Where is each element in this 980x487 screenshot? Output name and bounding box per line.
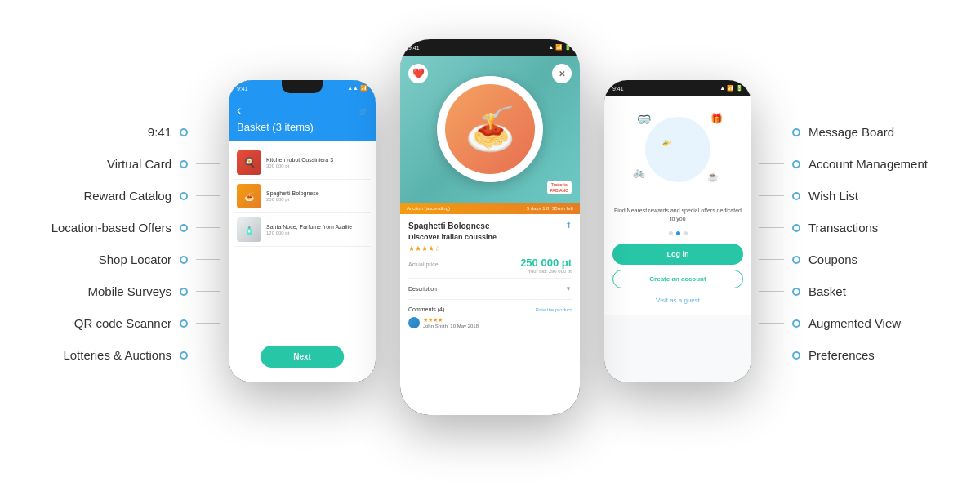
label-mobile-surveys: Mobile Surveys <box>87 284 172 298</box>
right-label-item: Account Management <box>760 148 980 180</box>
dot-enrollment <box>180 128 188 136</box>
product-stars: ★★★★☆ <box>408 244 572 252</box>
label-reward-catalog: Reward Catalog <box>83 189 172 203</box>
bid-value: Your bid: 290 000 pt <box>520 269 572 274</box>
back-arrow[interactable]: ‹ <box>237 103 241 118</box>
label-coupons: Coupons <box>808 252 858 266</box>
phone-screen-right: 9:41 ▲ 📶 🔋 🥽 🎁 🚲 ☕ 🚁 <box>604 80 751 382</box>
heart-icon[interactable]: ❤️ <box>408 64 428 83</box>
left-label-item: Location-based Offers <box>0 212 220 244</box>
price-row: Actual price: 250 000 pt Your bid: 290 0… <box>408 257 572 274</box>
price-value: 250 000 pt <box>520 257 572 269</box>
dot-shop-locator <box>180 256 188 264</box>
right-label-item: Preferences <box>760 339 980 371</box>
comments-label: Comments (4) <box>408 306 444 312</box>
close-icon[interactable]: ✕ <box>552 64 572 83</box>
line-preferences <box>760 355 784 355</box>
product-desc: Discover italian coussine <box>408 233 497 241</box>
item-name-kitchen: Kitchen robot Cussiniera 3 <box>266 157 368 163</box>
price-label: Actual price: <box>408 261 440 267</box>
label-virtual-card: Virtual Card <box>107 157 172 171</box>
basket-cart-icon: 🛒 <box>359 109 368 116</box>
create-account-button[interactable]: Create an account <box>612 270 743 288</box>
status-time-left: 9:41 <box>237 86 248 92</box>
label-qr-scanner: QR code Scanner <box>74 316 172 330</box>
line-wish <box>760 195 784 196</box>
guest-button[interactable]: Visit as a guest <box>612 293 743 307</box>
main-scene: 9:41 Virtual Card Reward Catalog Locatio… <box>0 0 980 487</box>
dot-preferences <box>792 351 800 360</box>
label-wish-list: Wish List <box>808 189 858 203</box>
dot-lotteries <box>180 351 188 360</box>
status-icons-right: ▲ 📶 🔋 <box>719 85 743 92</box>
divider-2 <box>408 299 572 300</box>
phone-login: 9:41 ▲ 📶 🔋 🥽 🎁 🚲 ☕ 🚁 <box>604 80 751 382</box>
phone-screen-center: 9:41 ▲ 📶 🔋 🍝 ❤️ ✕ <box>400 39 580 415</box>
basket-count: (3 items) <box>272 121 314 133</box>
phone-product: 9:41 ▲ 📶 🔋 🍝 ❤️ ✕ <box>400 39 580 415</box>
product-screen: 🍝 ❤️ ✕ TrattoriaFABIANO Auction (ascendi… <box>400 56 580 415</box>
left-label-item: Shop Locator <box>0 244 220 275</box>
binoculars-icon: 🥽 <box>637 113 651 126</box>
bg-circle <box>645 117 710 182</box>
item-name-spaghetti: Spaghetti Bolognese <box>266 190 368 197</box>
item-info-spaghetti: Spaghetti Bolognese 250 000 pt <box>266 190 368 202</box>
bike-icon: 🚲 <box>633 167 645 178</box>
chevron-down-icon[interactable]: ▼ <box>565 285 572 293</box>
status-icons-left: ▲▲ 📶 <box>347 85 368 92</box>
right-label-item: Message Board <box>760 116 980 148</box>
rate-link[interactable]: Rate the product <box>536 307 572 312</box>
basket-title: Basket (3 items) <box>237 121 368 133</box>
line-transactions <box>760 227 784 228</box>
right-label-item: Wish List <box>760 180 980 212</box>
auction-bar: Auction (ascending) 5 days 12h 30min lef… <box>400 203 580 214</box>
label-shop-locator: Shop Locator <box>99 252 172 266</box>
dot-2-active <box>676 231 680 235</box>
dot-wish <box>792 192 800 200</box>
item-price-perfume: 120 000 pt <box>266 230 368 235</box>
item-info-kitchen: Kitchen robot Cussiniera 3 300 000 pt <box>266 157 368 168</box>
next-button[interactable]: Next <box>261 346 344 368</box>
item-img-spaghetti: 🍝 <box>237 184 261 208</box>
basket-item-2: 🍝 Spaghetti Bolognese 250 000 pt <box>234 180 371 213</box>
item-price-kitchen: 300 000 pt <box>266 163 368 168</box>
login-illustration: 🥽 🎁 🚲 ☕ 🚁 <box>604 96 751 199</box>
divider-1 <box>408 278 572 279</box>
dot-qr-scanner <box>180 319 188 328</box>
basket-screen: ‹ 🛒 Basket (3 items) 🍳 Kitchen robot <box>229 96 376 382</box>
label-message-board: Message Board <box>808 125 894 139</box>
dot-transactions <box>792 224 800 232</box>
basket-items-list: 🍳 Kitchen robot Cussiniera 3 300 000 pt … <box>229 141 376 252</box>
phone-basket: 9:41 ▲▲ 📶 ‹ 🛒 Basket (3 items) <box>229 80 376 382</box>
label-basket: Basket <box>808 284 846 298</box>
left-label-item: Reward Catalog <box>0 180 220 212</box>
phone-notch-left <box>282 80 323 93</box>
basket-label: Basket <box>237 121 272 133</box>
description-row: Description ▼ <box>408 283 572 295</box>
dot-3 <box>684 231 688 235</box>
comment-user: ★★★★ John Smith, 10 May 2018 <box>408 315 572 331</box>
right-label-item: Coupons <box>760 244 980 275</box>
login-content: Find Nearest rewards and special offers … <box>604 199 751 315</box>
item-info-perfume: Santa Noce, Parfume from Azaliie 120 000… <box>266 224 368 235</box>
gift-icon: 🎁 <box>710 113 723 124</box>
dot-reward-catalog <box>180 192 188 200</box>
label-enrollment: 9:41 <box>148 125 172 139</box>
login-button[interactable]: Log in <box>612 244 743 265</box>
auction-label: Auction (ascending) <box>407 206 450 211</box>
auction-timer: 5 days 12h 30min left <box>527 206 573 211</box>
phones-container: 9:41 ▲▲ 📶 ‹ 🛒 Basket (3 items) <box>204 15 776 472</box>
login-screen: 🥽 🎁 🚲 ☕ 🚁 Find Nearest rewards and speci… <box>604 96 751 382</box>
item-img-perfume: 🧴 <box>237 217 261 242</box>
illustration-circle: 🥽 🎁 🚲 ☕ 🚁 <box>629 109 727 190</box>
product-details: Spaghetti Bolognese Discover italian cou… <box>400 214 580 337</box>
spaghetti-plate: 🍝 <box>437 76 543 182</box>
status-time-center: 9:41 <box>408 45 420 51</box>
share-icon[interactable]: ⬆ <box>565 221 572 230</box>
line-augmented <box>760 323 784 324</box>
dot-message <box>792 128 800 136</box>
product-image-area: 🍝 ❤️ ✕ TrattoriaFABIANO <box>400 56 580 203</box>
reviewer-info: John Smith, 10 May 2018 <box>423 324 479 328</box>
product-name: Spaghetti Bolognese <box>408 221 497 231</box>
review-stars: ★★★★ <box>423 317 479 324</box>
